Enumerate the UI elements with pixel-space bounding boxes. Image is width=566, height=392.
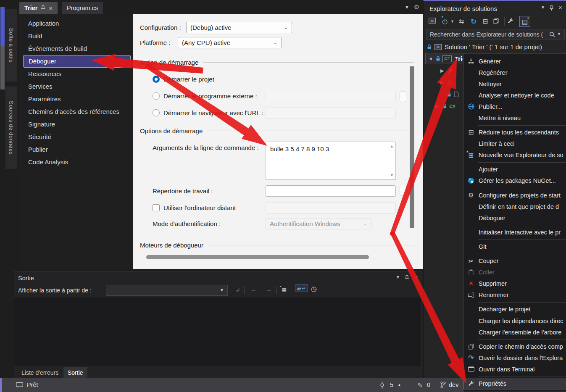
tab-error-list[interactable]: Liste d'erreurs [17, 367, 63, 378]
browse-button[interactable] [400, 185, 406, 196]
gear-icon[interactable]: ⚙ [414, 4, 419, 10]
search-input[interactable]: Rechercher dans Explorateur de solutions… [426, 29, 565, 39]
command-line-args-input[interactable]: bulle 3 5 4 7 8 9 10 3 ▲ ▼ [266, 142, 396, 180]
start-external-radio[interactable]: Démarrer le programme externe : [153, 92, 257, 100]
nav-item-build[interactable]: Build [19, 30, 133, 42]
chevron-down-icon[interactable]: ▼ [405, 5, 409, 10]
menu-item-generer[interactable]: Générer [463, 55, 566, 67]
menu-item-mettre-a-niveau[interactable]: Mettre à niveau [463, 112, 566, 124]
menu-item-charger-dependances[interactable]: Charger les dépendances direc [463, 315, 566, 326]
properties-pages-icon[interactable] [493, 18, 499, 24]
nav-item-signing[interactable]: Signature [19, 118, 133, 131]
next-message-icon[interactable]: → [266, 286, 272, 293]
use-remote-machine-checkbox[interactable]: Utiliser l'ordinateur distant [153, 204, 236, 211]
close-icon[interactable]: × [558, 4, 562, 11]
goto-source-icon[interactable]: ↲ [235, 287, 241, 293]
scroll-down-icon[interactable]: ▼ [390, 173, 394, 177]
expanded-triangle-icon[interactable]: ▼ [427, 55, 434, 62]
menu-item-ouvrir-dossier[interactable]: ↷Ouvrir le dossier dans l'Explora [463, 352, 566, 363]
checkbox-icon[interactable] [153, 204, 160, 211]
menu-item-initialiser-interactive[interactable]: Initialiser Interactive avec le pr [463, 226, 566, 238]
menu-item-decharger-projet[interactable]: Décharger le projet [463, 304, 566, 315]
commit-icon[interactable] [380, 381, 384, 389]
feedback-icon[interactable] [16, 382, 23, 388]
vertical-scrollbar[interactable] [410, 66, 414, 228]
menu-item-configurer-projets-startup[interactable]: ⚙Configurer des projets de start [463, 189, 566, 201]
menu-item-ouvrir-terminal[interactable]: Ouvrir dans Terminal [463, 363, 566, 375]
menu-item-couper[interactable]: ✂Couper [463, 255, 566, 267]
menu-item-reduire-descendants[interactable]: ⊟Réduire tous les descendants [463, 127, 566, 138]
show-all-files-icon[interactable]: ▤✶ [519, 16, 530, 27]
branch-name[interactable]: dev [449, 381, 458, 388]
menu-item-proprietes[interactable]: Propriétés [463, 378, 566, 389]
pending-edits-count[interactable]: 0 [427, 381, 430, 388]
nav-item-publish[interactable]: Publier [19, 143, 133, 156]
collapsed-triangle-icon[interactable]: ▶ [440, 80, 444, 85]
chevron-down-icon[interactable]: ▼ [450, 20, 454, 24]
start-browser-radio[interactable]: Démarrer le navigateur avec l'URL : [153, 109, 263, 116]
output-source-select[interactable]: ▼ [106, 285, 228, 296]
close-icon[interactable]: × [414, 274, 418, 280]
menu-item-renommer[interactable]: Renommer [463, 289, 566, 301]
nav-item-code-analysis[interactable]: Code Analysis [19, 156, 133, 168]
browse-button[interactable] [400, 91, 406, 102]
menu-item-supprimer[interactable]: ×Supprimer [463, 278, 566, 289]
nav-item-services[interactable]: Services [19, 80, 133, 93]
horizontal-scrollbar[interactable] [146, 255, 369, 259]
radio-icon[interactable] [153, 92, 160, 100]
nav-item-settings[interactable]: Paramètres [19, 93, 133, 105]
branch-icon[interactable] [440, 381, 446, 388]
pending-changes-filter-icon[interactable]: ◷▼ [442, 18, 448, 24]
close-icon[interactable]: × [49, 5, 53, 12]
refresh-icon[interactable]: ↻ [471, 17, 476, 26]
tree-row-solution[interactable]: ∞ Solution ' Trier ' (' 1 sur 1 de proje… [424, 41, 566, 53]
menu-item-gerer-nuget[interactable]: Gérer les packages NuGet... [463, 175, 566, 187]
pencil-icon[interactable]: ✎ [417, 382, 423, 388]
chevron-down-icon[interactable]: ▼ [541, 5, 545, 10]
menu-item-nouvelle-vue[interactable]: ⊞✶Nouvelle vue Explorateur de so [463, 150, 566, 161]
menu-item-copier-chemin[interactable]: Copier le chemin d'accès comp [463, 341, 566, 352]
nav-item-security[interactable]: Sécurité [19, 131, 133, 143]
nav-item-application[interactable]: Application [19, 17, 133, 30]
configuration-select[interactable]: (Debug) active⌄ [186, 22, 292, 33]
menu-item-publier[interactable]: Publier... [463, 101, 566, 112]
platform-select[interactable]: (Any CPU) active⌄ [178, 37, 282, 48]
menu-item-definir-projet-demarrage[interactable]: Définir en tant que projet de d [463, 201, 566, 212]
menu-item-ajouter[interactable]: Ajouter [463, 164, 566, 175]
editor-tab-program-cs[interactable]: Program.cs [62, 2, 103, 14]
pin-icon[interactable] [41, 5, 45, 11]
menu-item-nettoyer[interactable]: Nettoyer [463, 78, 566, 89]
previous-message-icon[interactable]: ← [250, 286, 257, 293]
nav-item-debug[interactable]: Déboguer [23, 55, 131, 68]
nav-item-resources[interactable]: Ressources [19, 68, 133, 80]
nav-item-reference-paths[interactable]: Chemins d'accès des références [19, 105, 133, 118]
pin-icon[interactable] [405, 275, 409, 281]
clear-all-icon[interactable]: ≣× [282, 287, 287, 293]
chevron-down-icon[interactable]: ▼ [557, 32, 561, 36]
drag-grip[interactable]: ∙∙∙∙∙∙∙∙∙∙∙∙ [500, 5, 526, 10]
sync-selection-icon[interactable]: ⇆ [459, 18, 464, 24]
collapsed-triangle-icon[interactable]: ▶ [440, 68, 444, 74]
nav-item-build-events[interactable]: Événements de build [19, 42, 133, 55]
tab-output[interactable]: Sortie [63, 367, 87, 378]
external-program-field[interactable] [266, 91, 396, 102]
browser-url-field[interactable] [266, 108, 396, 119]
search-icon[interactable] [549, 32, 555, 37]
working-directory-field[interactable] [266, 185, 396, 197]
menu-item-charger-arborescence[interactable]: Charger l'ensemble de l'arbore [463, 326, 566, 338]
radio-icon[interactable] [153, 109, 160, 116]
switch-views-icon[interactable]: ∞ [429, 18, 436, 24]
menu-item-deboguer[interactable]: Déboguer [463, 212, 566, 224]
radio-selected-icon[interactable] [153, 76, 160, 83]
menu-item-regenerer[interactable]: Regénérer [463, 67, 566, 78]
word-wrap-icon[interactable]: ab↵ [295, 284, 308, 292]
wrench-icon[interactable] [508, 18, 513, 24]
menu-item-git[interactable]: Git [463, 241, 566, 252]
menu-item-analyser-nettoyer[interactable]: Analyser et nettoyer le code [463, 89, 566, 101]
chevron-down-icon[interactable]: ▼ [396, 275, 400, 279]
output-content[interactable] [14, 297, 421, 366]
scroll-up-icon[interactable]: ▲ [390, 144, 394, 148]
editor-tab-trier[interactable]: Trier × [19, 2, 58, 14]
outgoing-commits-count[interactable]: 5 [390, 381, 393, 388]
sidebar-tab-data-sources[interactable]: Sources de données [5, 87, 17, 169]
